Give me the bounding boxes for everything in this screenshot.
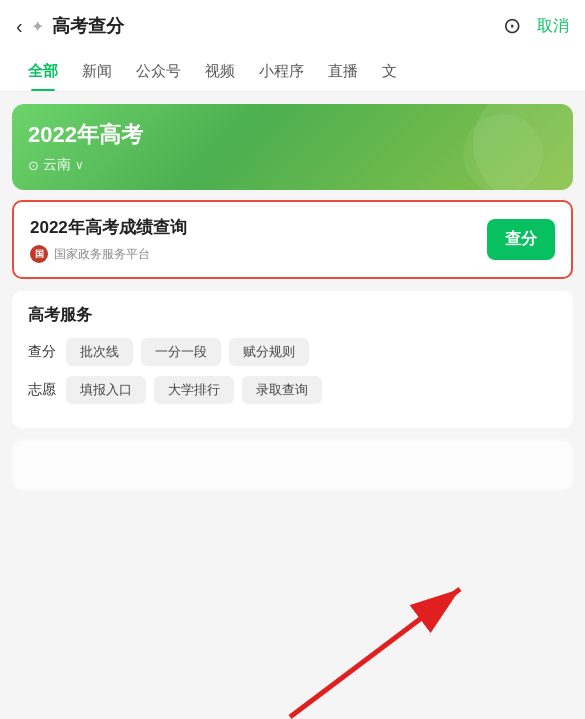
tab-bar: 全部 新闻 公众号 视频 小程序 直播 文 xyxy=(0,52,585,92)
main-content: 2022年高考 ⊙ 云南 ∨ 2022年高考成绩查询 国 国家政务服务平台 查分… xyxy=(0,92,585,502)
camera-icon[interactable]: ⊙ xyxy=(503,13,521,39)
location-text: 云南 xyxy=(43,156,71,174)
service-tag-batch[interactable]: 批次线 xyxy=(66,338,133,366)
back-button[interactable]: ‹ xyxy=(16,15,23,38)
top-nav-bar: ‹ ✦ 高考查分 ⊙ 取消 xyxy=(0,0,585,52)
service-tag-university[interactable]: 大学排行 xyxy=(154,376,234,404)
tab-article[interactable]: 文 xyxy=(370,52,409,91)
tab-miniapp[interactable]: 小程序 xyxy=(247,52,316,91)
nav-left: ‹ ✦ 高考查分 xyxy=(16,14,124,38)
source-name: 国家政务服务平台 xyxy=(54,246,150,263)
services-card: 高考服务 查分 批次线 一分一段 赋分规则 志愿 填报入口 大学排行 录取查询 xyxy=(12,291,573,428)
annotation-arrow xyxy=(0,469,585,719)
tab-video[interactable]: 视频 xyxy=(193,52,247,91)
location-pin-icon: ⊙ xyxy=(28,158,39,173)
services-title: 高考服务 xyxy=(28,305,557,326)
tab-official[interactable]: 公众号 xyxy=(124,52,193,91)
service-label-volunteer: 志愿 xyxy=(28,381,56,399)
nav-right: ⊙ 取消 xyxy=(503,13,569,39)
cancel-button[interactable]: 取消 xyxy=(537,16,569,37)
query-source: 国 国家政务服务平台 xyxy=(30,245,487,263)
services-row-1: 查分 批次线 一分一段 赋分规则 xyxy=(28,338,557,366)
bottom-hint-card xyxy=(12,440,573,490)
tab-live[interactable]: 直播 xyxy=(316,52,370,91)
location-row[interactable]: ⊙ 云南 ∨ xyxy=(28,156,557,174)
tab-all[interactable]: 全部 xyxy=(16,52,70,91)
query-score-button[interactable]: 查分 xyxy=(487,219,555,260)
gaokao-year: 2022年高考 xyxy=(28,120,557,150)
query-card: 2022年高考成绩查询 国 国家政务服务平台 查分 xyxy=(12,200,573,279)
query-info: 2022年高考成绩查询 国 国家政务服务平台 xyxy=(30,216,487,263)
svg-line-1 xyxy=(290,589,460,717)
service-tags-row-1: 批次线 一分一段 赋分规则 xyxy=(66,338,309,366)
tab-news[interactable]: 新闻 xyxy=(70,52,124,91)
gaokao-header-card: 2022年高考 ⊙ 云南 ∨ xyxy=(12,104,573,190)
service-tag-scoring[interactable]: 赋分规则 xyxy=(229,338,309,366)
page-title: 高考查分 xyxy=(52,14,124,38)
star-icon[interactable]: ✦ xyxy=(31,17,44,36)
query-title: 2022年高考成绩查询 xyxy=(30,216,487,239)
service-tag-rank[interactable]: 一分一段 xyxy=(141,338,221,366)
service-label-score: 查分 xyxy=(28,343,56,361)
service-tag-fill[interactable]: 填报入口 xyxy=(66,376,146,404)
source-logo: 国 xyxy=(30,245,48,263)
service-tag-admission[interactable]: 录取查询 xyxy=(242,376,322,404)
location-dropdown-icon: ∨ xyxy=(75,158,84,172)
service-tags-row-2: 填报入口 大学排行 录取查询 xyxy=(66,376,322,404)
services-row-2: 志愿 填报入口 大学排行 录取查询 xyxy=(28,376,557,404)
